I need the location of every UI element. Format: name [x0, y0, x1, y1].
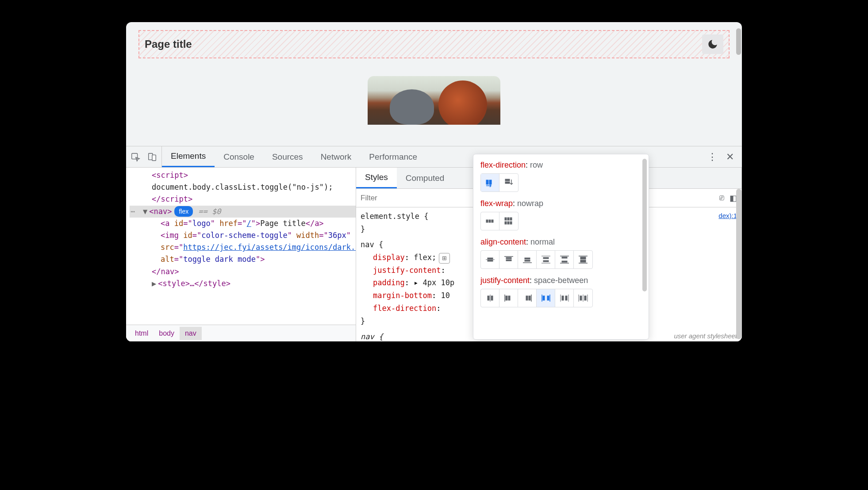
styles-scrollbar[interactable]	[736, 189, 741, 339]
ua-stylesheet-label: user agent stylesheet	[674, 330, 737, 341]
fp-jc-start[interactable]	[499, 289, 518, 307]
tab-performance[interactable]: Performance	[360, 146, 426, 167]
styles-filter-input[interactable]	[361, 194, 449, 203]
fp-jc-space-between[interactable]	[537, 289, 555, 307]
flex-editor-badge[interactable]: ⊞	[439, 253, 450, 264]
rendered-page: Page title	[126, 22, 742, 146]
fp-flex-direction-options	[480, 173, 518, 192]
svg-rect-48	[547, 296, 549, 300]
expand-arrow-icon[interactable]: ▼	[143, 206, 147, 218]
dom-logo-a[interactable]: <a id="logo" href="/">Page title</a>	[130, 218, 356, 230]
svg-rect-27	[543, 260, 549, 262]
fp-jc-space-around[interactable]	[555, 289, 574, 307]
dom-selected-nav[interactable]: ⋯ ▼ <nav> flex == $0	[130, 206, 356, 218]
devtools-panel: Elements Console Sources Network Perform…	[126, 146, 742, 341]
fp-align-content-label: align-content	[480, 237, 526, 246]
tab-elements[interactable]: Elements	[162, 146, 215, 167]
svg-rect-3	[486, 180, 488, 184]
svg-rect-9	[492, 220, 493, 222]
moon-icon	[707, 38, 718, 50]
fp-ac-between[interactable]	[555, 251, 574, 268]
tab-computed[interactable]: Computed	[397, 168, 453, 188]
device-toggle-icon[interactable]	[147, 152, 157, 162]
svg-rect-15	[510, 222, 512, 224]
fp-jc-end[interactable]	[518, 289, 537, 307]
dom-script-body: document.body.classList.toggle("no-js");	[152, 183, 333, 191]
svg-rect-22	[525, 258, 530, 259]
svg-rect-14	[507, 222, 509, 224]
fp-ac-center[interactable]	[481, 251, 499, 268]
svg-rect-31	[562, 261, 567, 262]
svg-rect-43	[526, 296, 528, 300]
rule-nav[interactable]: nav {	[361, 240, 383, 249]
devtools-header: Elements Console Sources Network Perform…	[126, 146, 742, 168]
fp-align-content-options	[480, 250, 593, 269]
fp-opt-row[interactable]	[481, 174, 499, 191]
svg-rect-6	[505, 182, 510, 184]
row-actions-icon[interactable]: ⋯	[131, 206, 135, 218]
fp-flex-direction-label: flex-direction	[480, 161, 526, 169]
svg-rect-42	[508, 296, 510, 300]
svg-rect-57	[584, 296, 586, 300]
fp-ac-around[interactable]	[537, 251, 555, 268]
fp-jc-center[interactable]	[481, 289, 499, 307]
svg-rect-4	[489, 180, 492, 184]
svg-rect-55	[580, 296, 582, 300]
svg-rect-10	[505, 218, 507, 220]
svg-rect-12	[510, 218, 512, 220]
crumb-body[interactable]: body	[154, 327, 180, 340]
fp-flex-wrap-options	[480, 212, 518, 230]
rule-element-style[interactable]: element.style {	[361, 212, 429, 221]
nav-overlay-highlight: Page title	[138, 30, 730, 58]
svg-rect-20	[506, 257, 511, 259]
tab-console[interactable]: Console	[215, 146, 263, 167]
dom-img[interactable]: <img id="color-scheme-toggle" width="36p…	[130, 230, 356, 266]
close-devtools-icon[interactable]: ✕	[726, 151, 734, 163]
svg-rect-11	[507, 218, 509, 220]
popup-scrollbar[interactable]	[642, 159, 647, 291]
hero-image-container	[138, 76, 730, 125]
dom-style-collapsed[interactable]: ▶<style>…</style>	[130, 278, 356, 290]
hov-icon[interactable]: ⎚	[719, 193, 724, 203]
fp-jc-space-evenly[interactable]	[574, 289, 592, 307]
dom-tree[interactable]: <script> document.body.classList.toggle(…	[126, 168, 356, 325]
source-link[interactable]: dex):1	[718, 210, 737, 222]
dark-mode-toggle[interactable]	[702, 34, 723, 54]
svg-rect-44	[529, 296, 530, 300]
crumb-html[interactable]: html	[130, 327, 154, 340]
fp-ac-start[interactable]	[499, 251, 518, 268]
fp-opt-nowrap[interactable]	[481, 212, 499, 230]
page-title-link[interactable]: Page title	[145, 38, 192, 50]
svg-rect-7	[486, 220, 488, 222]
flex-badge[interactable]: flex	[174, 206, 193, 217]
fp-ac-stretch[interactable]	[574, 251, 592, 268]
svg-rect-47	[543, 296, 545, 300]
svg-rect-0	[132, 153, 138, 159]
fp-opt-wrap[interactable]	[499, 212, 518, 230]
crumb-nav[interactable]: nav	[180, 327, 202, 340]
fp-opt-column[interactable]	[499, 174, 518, 191]
svg-rect-41	[506, 296, 507, 300]
tab-network[interactable]: Network	[312, 146, 361, 167]
tab-sources[interactable]: Sources	[263, 146, 312, 167]
svg-rect-30	[562, 257, 567, 258]
svg-rect-38	[488, 296, 489, 300]
fp-ac-end[interactable]	[518, 251, 537, 268]
page-scrollbar[interactable]	[736, 28, 741, 55]
more-icon[interactable]: ⋮	[707, 151, 717, 163]
dom-nav-close: </nav>	[152, 267, 179, 276]
svg-rect-8	[489, 220, 491, 222]
svg-rect-16	[488, 258, 493, 259]
svg-rect-34	[580, 257, 586, 259]
svg-rect-23	[525, 260, 530, 261]
dom-script-close: </script>	[152, 195, 192, 203]
inspect-icon[interactable]	[131, 152, 140, 162]
fp-flex-wrap-label: flex-wrap	[480, 199, 513, 208]
svg-rect-26	[543, 257, 549, 259]
svg-rect-17	[488, 260, 493, 261]
fp-justify-content-options	[480, 289, 593, 307]
svg-rect-39	[491, 296, 493, 300]
elements-panel: <script> document.body.classList.toggle(…	[126, 168, 356, 341]
tab-styles[interactable]: Styles	[356, 168, 397, 188]
svg-rect-51	[562, 296, 564, 300]
